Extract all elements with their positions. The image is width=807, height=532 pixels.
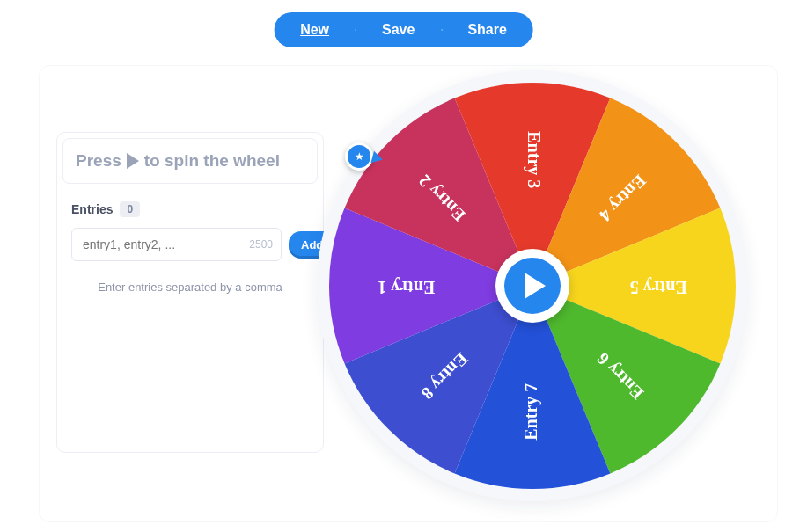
wheel-pointer: ★ [345, 142, 373, 171]
spin-instruction: Press to spin the wheel [62, 138, 318, 184]
wheel-segment-label: Entry 3 [524, 131, 544, 188]
entries-label: Entries [71, 202, 113, 216]
toolbar: New Save Share [274, 12, 533, 47]
new-button[interactable]: New [274, 22, 356, 38]
save-button[interactable]: Save [356, 22, 441, 38]
wheel-segment-label: Entry 7 [521, 383, 541, 441]
play-icon [127, 153, 139, 169]
spin-instruction-prefix: Press [76, 151, 121, 171]
wheel-segment-label: Entry 5 [630, 277, 687, 297]
play-icon [525, 273, 546, 299]
star-icon: ★ [355, 150, 364, 163]
spin-button[interactable] [495, 249, 569, 323]
entries-panel: Press to spin the wheel Entries 0 2500 A… [56, 132, 324, 453]
entries-hint: Enter entries separated by a comma [57, 265, 323, 452]
wheel-segment-label: Entry 1 [378, 277, 435, 297]
entries-count-badge: 0 [120, 201, 140, 217]
spin-instruction-suffix: to spin the wheel [144, 151, 280, 171]
wheel: Entry 1Entry 2Entry 3Entry 4Entry 5Entry… [317, 70, 748, 501]
entries-header: Entries 0 [57, 189, 323, 221]
char-limit: 2500 [249, 238, 273, 251]
share-button[interactable]: Share [441, 22, 532, 38]
